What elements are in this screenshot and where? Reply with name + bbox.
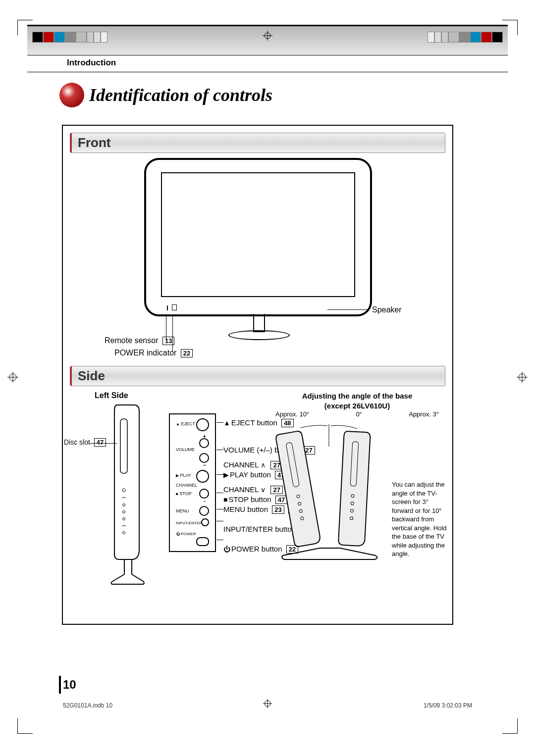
registration-mark-icon xyxy=(263,699,272,710)
angle-adjust-section: Adjusting the angle of the base (except … xyxy=(270,391,444,511)
side-heading: Side xyxy=(70,366,445,386)
bullet-icon xyxy=(59,83,84,107)
power-indicator-label: POWER indicator 22 xyxy=(114,349,193,357)
angle-value-labels: Approx. 10° 0° Approx. 3° xyxy=(270,410,444,418)
tv-stand xyxy=(233,316,283,346)
tv-screen xyxy=(161,172,355,297)
svg-point-12 xyxy=(123,504,125,506)
section-label: Introduction xyxy=(67,58,116,68)
footer-timestamp: 1/5/09 3:02:03 PM xyxy=(424,702,472,709)
angle-title: Adjusting the angle of the base (except … xyxy=(270,391,444,410)
tv-side-diagram: Left Side Disc slot xyxy=(70,391,445,629)
registration-mark-icon xyxy=(7,372,18,385)
page-title-row: Identification of controls xyxy=(59,83,272,107)
front-heading: Front xyxy=(70,133,445,153)
svg-point-14 xyxy=(123,518,125,520)
left-side-label: Left Side xyxy=(95,391,128,400)
control-panel: ▲ EJECT + VOLUME – ▶ PLAY ⌃ CHANNEL ■ ST… xyxy=(169,413,216,552)
registration-mark-icon xyxy=(263,31,272,43)
tv-side-silhouette xyxy=(109,401,149,601)
svg-rect-9 xyxy=(120,419,127,473)
color-swatches xyxy=(32,32,107,43)
footer-filename: 52G0101A.indb 10 xyxy=(63,702,112,709)
remote-sensor-label: Remote sensor 13 xyxy=(105,336,174,345)
divider xyxy=(27,71,508,73)
svg-point-13 xyxy=(123,511,125,513)
svg-point-10 xyxy=(122,489,125,492)
sensor-marker xyxy=(167,305,168,310)
angle-description: You can adjust the angle of the TV-scree… xyxy=(392,480,451,558)
crop-mark xyxy=(502,718,518,734)
content-frame: Front Speaker Remote sensor 13 xyxy=(62,125,453,625)
header-bar xyxy=(27,26,508,55)
registration-mark-icon xyxy=(517,372,528,385)
page: Introduction Identification of controls … xyxy=(27,25,508,719)
color-swatches xyxy=(428,32,503,43)
page-title: Identification of controls xyxy=(89,85,272,105)
tv-front-diagram: Speaker Remote sensor 13 POWER indicator… xyxy=(70,158,445,366)
speaker-label: Speaker xyxy=(372,305,402,314)
svg-point-16 xyxy=(123,532,125,534)
tv-frame xyxy=(144,158,372,316)
indicator-marker xyxy=(172,304,177,310)
disc-slot-label: Disc slot 47 xyxy=(64,438,106,447)
page-number: 10 xyxy=(63,678,76,692)
crop-mark xyxy=(17,718,33,734)
